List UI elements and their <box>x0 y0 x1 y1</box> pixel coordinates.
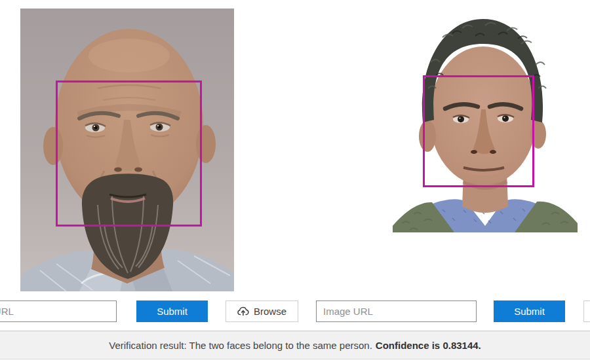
face-bounding-box-1 <box>56 81 202 227</box>
verification-result-text: Verification result: The two faces belon… <box>109 340 372 351</box>
image-url-input-2[interactable] <box>316 300 477 322</box>
submit-button-2[interactable]: Submit <box>494 300 565 322</box>
photo-person-1 <box>20 9 234 291</box>
browse-button-2[interactable]: Browse <box>583 300 590 322</box>
verification-result-bar: Verification result: The two faces belon… <box>0 331 590 359</box>
confidence-value: Confidence is 0.83144. <box>376 340 481 351</box>
browse-button-1[interactable]: Browse <box>226 300 298 322</box>
image-url-input-1[interactable] <box>0 300 117 322</box>
cloud-upload-icon <box>237 306 249 316</box>
face-bounding-box-2 <box>423 75 534 187</box>
submit-button-1[interactable]: Submit <box>136 300 208 322</box>
browse-label: Browse <box>254 306 286 317</box>
photo-person-2 <box>390 10 580 232</box>
